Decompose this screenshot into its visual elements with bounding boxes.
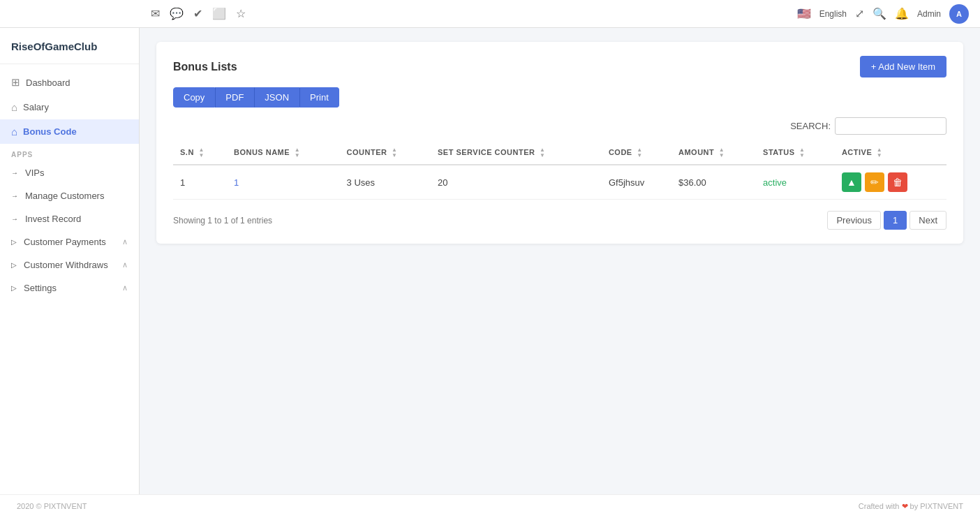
page-1-button[interactable]: 1 xyxy=(884,211,907,230)
cell-status: active xyxy=(756,165,835,200)
copy-button[interactable]: Copy xyxy=(173,87,215,108)
mail-icon[interactable]: ✉ xyxy=(151,7,160,20)
sidebar-item-dashboard[interactable]: ⊞ Dashboard xyxy=(0,70,139,95)
sidebar-item-settings[interactable]: ▷ Settings ∧ xyxy=(0,276,139,299)
search-icon[interactable]: 🔍 xyxy=(873,7,886,20)
json-button[interactable]: JSON xyxy=(254,87,299,108)
col-active: ACTIVE ▲▼ xyxy=(835,142,946,165)
col-set-service-counter: SET SERVICE COUNTER ▲▼ xyxy=(431,142,602,165)
language-label[interactable]: English xyxy=(819,9,847,19)
sidebar-item-label: Settings xyxy=(24,283,57,293)
col-sn: S.N ▲▼ xyxy=(173,142,227,165)
sidebar-item-label: Customer Payments xyxy=(24,237,106,247)
card-header: Bonus Lists + Add New Item xyxy=(173,56,946,77)
fullscreen-icon[interactable]: ⤢ xyxy=(855,7,864,20)
cell-bonus-name: 1 xyxy=(227,165,340,200)
sort-active-icon[interactable]: ▲▼ xyxy=(877,147,882,158)
sidebar-item-label: Bonus Code xyxy=(23,126,77,137)
pagination: Previous 1 Next xyxy=(827,211,946,230)
manage-customers-arrow-icon: → xyxy=(11,192,18,200)
cell-set-service-counter: 20 xyxy=(431,165,602,200)
cell-sn: 1 xyxy=(173,165,227,200)
dashboard-icon: ⊞ xyxy=(11,76,20,89)
col-amount: AMOUNT ▲▼ xyxy=(671,142,756,165)
sidebar-item-label: Dashboard xyxy=(26,77,70,88)
sidebar-item-label: Salary xyxy=(23,102,49,112)
apps-section-label: APPS xyxy=(0,144,139,161)
cell-counter: 3 Uses xyxy=(340,165,431,200)
sort-amount-icon[interactable]: ▲▼ xyxy=(719,147,725,158)
previous-button[interactable]: Previous xyxy=(827,211,881,230)
bonus-name-link[interactable]: 1 xyxy=(234,177,239,188)
view-button[interactable]: ▲ xyxy=(842,172,861,192)
print-button[interactable]: Print xyxy=(299,87,339,108)
customer-payments-arrow-icon: ▷ xyxy=(11,238,17,246)
col-code: CODE ▲▼ xyxy=(602,142,671,165)
edit-button[interactable]: ✏ xyxy=(865,172,884,192)
topbar-right: 🇺🇸 English ⤢ 🔍 🔔 Admin A xyxy=(797,4,969,24)
vips-arrow-icon: → xyxy=(11,169,18,177)
avatar[interactable]: A xyxy=(949,4,969,24)
search-label: SEARCH: xyxy=(790,121,831,131)
footer-right: Crafted with ❤ by PIXTNVENT xyxy=(859,502,963,511)
cell-amount: $36.00 xyxy=(671,165,756,200)
sidebar-item-manage-customers[interactable]: → Manage Customers xyxy=(0,184,139,207)
col-bonus-name: BONUS NAME ▲▼ xyxy=(227,142,340,165)
bonus-lists-card: Bonus Lists + Add New Item Copy PDF JSON… xyxy=(156,42,963,244)
action-buttons: ▲ ✏ 🗑 xyxy=(842,172,940,192)
sort-sn-icon[interactable]: ▲▼ xyxy=(198,147,204,158)
card-title: Bonus Lists xyxy=(173,61,237,73)
sidebar-item-label: Invest Record xyxy=(25,214,81,224)
sidebar-item-vips[interactable]: → VIPs xyxy=(0,161,139,184)
add-new-item-button[interactable]: + Add New Item xyxy=(860,56,946,77)
chevron-icon: ∧ xyxy=(122,237,128,246)
bonus-table: S.N ▲▼ BONUS NAME ▲▼ COUNTER ▲▼ SET SE xyxy=(173,142,946,200)
invest-record-arrow-icon: → xyxy=(11,215,18,223)
bell-icon[interactable]: 🔔 xyxy=(895,7,909,20)
sort-bonus-name-icon[interactable]: ▲▼ xyxy=(295,147,300,158)
search-row: SEARCH: xyxy=(173,117,946,135)
cell-active: ▲ ✏ 🗑 xyxy=(835,165,946,200)
search-input[interactable] xyxy=(835,117,946,135)
table-header: S.N ▲▼ BONUS NAME ▲▼ COUNTER ▲▼ SET SE xyxy=(173,142,946,165)
entries-text: Showing 1 to 1 of 1 entries xyxy=(173,216,272,225)
chevron-icon: ∧ xyxy=(122,283,128,293)
sort-code-icon[interactable]: ▲▼ xyxy=(637,147,642,158)
layout: RiseOfGameClub ⊞ Dashboard ⌂ Salary ⌂ Bo… xyxy=(0,28,980,494)
col-status: STATUS ▲▼ xyxy=(756,142,835,165)
pdf-button[interactable]: PDF xyxy=(215,87,254,108)
col-counter: COUNTER ▲▼ xyxy=(340,142,431,165)
square-icon[interactable]: ⬜ xyxy=(212,7,226,20)
settings-arrow-icon: ▷ xyxy=(11,284,17,292)
sidebar-item-invest-record[interactable]: → Invest Record xyxy=(0,207,139,230)
table-body: 1 1 3 Uses 20 Gf5jhsuv $36.00 active ▲ ✏ xyxy=(173,165,946,200)
sidebar-item-bonus-code[interactable]: ⌂ Bonus Code xyxy=(0,119,139,144)
chat-icon[interactable]: 💬 xyxy=(170,7,184,20)
salary-icon: ⌂ xyxy=(11,101,17,113)
sidebar-item-customer-payments[interactable]: ▷ Customer Payments ∧ xyxy=(0,230,139,253)
admin-label: Admin xyxy=(917,9,941,19)
topbar: ✉ 💬 ✔ ⬜ ☆ 🇺🇸 English ⤢ 🔍 🔔 Admin A xyxy=(0,0,980,28)
flag-icon: 🇺🇸 xyxy=(797,7,811,20)
sort-service-counter-icon[interactable]: ▲▼ xyxy=(540,147,545,158)
next-button[interactable]: Next xyxy=(910,211,946,230)
sort-counter-icon[interactable]: ▲▼ xyxy=(392,147,397,158)
star-icon[interactable]: ☆ xyxy=(236,7,246,20)
sidebar-item-label: VIPs xyxy=(25,168,44,178)
sidebar-menu: ⊞ Dashboard ⌂ Salary ⌂ Bonus Code APPS →… xyxy=(0,64,139,305)
chevron-icon: ∧ xyxy=(122,260,128,269)
sidebar-item-salary[interactable]: ⌂ Salary xyxy=(0,95,139,119)
delete-button[interactable]: 🗑 xyxy=(888,172,907,192)
sidebar-item-label: Customer Withdraws xyxy=(24,260,108,270)
sidebar-item-customer-withdraws[interactable]: ▷ Customer Withdraws ∧ xyxy=(0,253,139,276)
sort-status-icon[interactable]: ▲▼ xyxy=(799,147,805,158)
export-buttons: Copy PDF JSON Print xyxy=(173,87,946,108)
brand-name: RiseOfGameClub xyxy=(0,35,139,64)
check-icon[interactable]: ✔ xyxy=(193,7,202,20)
main-content: Bonus Lists + Add New Item Copy PDF JSON… xyxy=(140,28,980,494)
pagination-row: Showing 1 to 1 of 1 entries Previous 1 N… xyxy=(173,211,946,230)
cell-code: Gf5jhsuv xyxy=(602,165,671,200)
sidebar: RiseOfGameClub ⊞ Dashboard ⌂ Salary ⌂ Bo… xyxy=(0,28,140,494)
heart-icon: ❤ xyxy=(902,502,908,510)
topbar-left: ✉ 💬 ✔ ⬜ ☆ xyxy=(11,7,246,20)
